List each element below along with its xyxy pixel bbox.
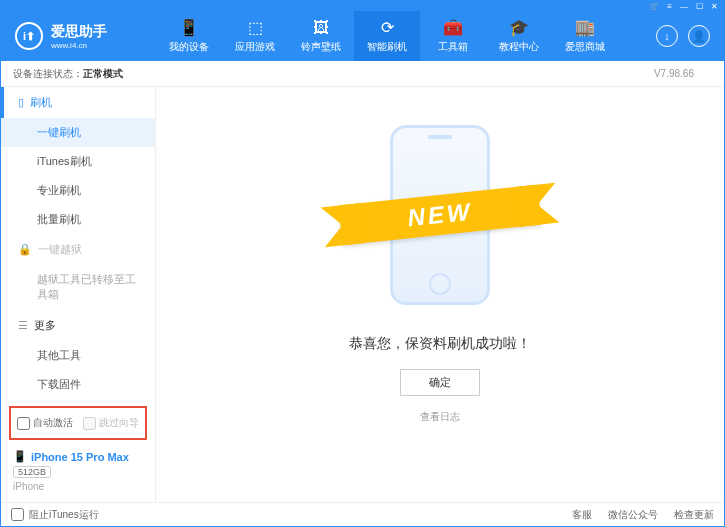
logo-icon (15, 22, 43, 50)
nav-apps-games[interactable]: ⬚应用游戏 (222, 11, 288, 61)
sidebar-item-advanced[interactable]: 高级功能 (1, 399, 155, 402)
close-icon[interactable]: ✕ (711, 2, 718, 11)
phone-icon: ▯ (18, 96, 24, 109)
ok-button[interactable]: 确定 (400, 369, 480, 396)
app-name: 爱思助手 (51, 23, 107, 41)
app-url: www.i4.cn (51, 41, 107, 50)
nav-store[interactable]: 🏬爱思商城 (552, 11, 618, 61)
sidebar-item-pro-flash[interactable]: 专业刷机 (1, 176, 155, 205)
footer-link-support[interactable]: 客服 (572, 508, 592, 522)
sidebar-group-more[interactable]: ☰更多 (1, 310, 155, 341)
cart-icon[interactable]: 🛒 (649, 2, 659, 11)
nav-smart-flash[interactable]: ⟳智能刷机 (354, 11, 420, 61)
device-name[interactable]: 📱iPhone 15 Pro Max (13, 450, 143, 463)
options-box: 自动激活 跳过向导 (9, 406, 147, 440)
maximize-icon[interactable]: ☐ (696, 2, 703, 11)
sidebar-item-jailbreak-notice: 越狱工具已转移至工具箱 (1, 265, 155, 310)
footer-link-update[interactable]: 检查更新 (674, 508, 714, 522)
nav-my-device[interactable]: 📱我的设备 (156, 11, 222, 61)
sidebar-item-batch-flash[interactable]: 批量刷机 (1, 205, 155, 234)
footer: 阻止iTunes运行 客服 微信公众号 检查更新 (1, 502, 724, 526)
minimize-icon[interactable]: — (680, 2, 688, 11)
nav-ringtone-wallpaper[interactable]: 🖼铃声壁纸 (288, 11, 354, 61)
device-icon: 📱 (13, 450, 27, 463)
device-storage: 512GB (13, 466, 51, 478)
logo: 爱思助手 www.i4.cn (1, 22, 156, 50)
user-icon[interactable]: 👤 (688, 25, 710, 47)
main-content: NEW 恭喜您，保资料刷机成功啦！ 确定 查看日志 (156, 87, 724, 502)
sidebar-item-download-firmware[interactable]: 下载固件 (1, 370, 155, 399)
skip-guide-checkbox: 跳过向导 (83, 416, 139, 430)
top-nav: 📱我的设备 ⬚应用游戏 🖼铃声壁纸 ⟳智能刷机 🧰工具箱 🎓教程中心 🏬爱思商城 (156, 11, 642, 61)
auto-activate-checkbox[interactable]: 自动激活 (17, 416, 73, 430)
nav-tutorials[interactable]: 🎓教程中心 (486, 11, 552, 61)
device-type: iPhone (13, 481, 143, 492)
lock-icon: 🔒 (18, 243, 32, 256)
device-info: 📱iPhone 15 Pro Max 512GB iPhone (1, 444, 155, 502)
download-icon[interactable]: ↓ (656, 25, 678, 47)
sidebar-item-itunes-flash[interactable]: iTunes刷机 (1, 147, 155, 176)
sidebar-group-jailbreak: 🔒一键越狱 (1, 234, 155, 265)
sidebar-group-flash[interactable]: ▯刷机 (1, 87, 155, 118)
block-itunes-checkbox[interactable] (11, 508, 24, 521)
sidebar-item-one-click-flash[interactable]: 一键刷机 (1, 118, 155, 147)
header: 爱思助手 www.i4.cn 📱我的设备 ⬚应用游戏 🖼铃声壁纸 ⟳智能刷机 🧰… (1, 11, 724, 61)
view-log-link[interactable]: 查看日志 (420, 410, 460, 424)
menu-icon[interactable]: ≡ (667, 2, 672, 11)
success-message: 恭喜您，保资料刷机成功啦！ (349, 335, 531, 353)
list-icon: ☰ (18, 319, 28, 332)
footer-link-wechat[interactable]: 微信公众号 (608, 508, 658, 522)
device-status: 设备连接状态：正常模式 V7.98.66 (1, 61, 724, 87)
block-itunes-label: 阻止iTunes运行 (29, 508, 99, 522)
sidebar-item-other-tools[interactable]: 其他工具 (1, 341, 155, 370)
success-illustration: NEW (365, 115, 515, 315)
nav-toolbox[interactable]: 🧰工具箱 (420, 11, 486, 61)
sidebar: ▯刷机 一键刷机 iTunes刷机 专业刷机 批量刷机 🔒一键越狱 越狱工具已转… (1, 87, 155, 402)
version-text: V7.98.66 (654, 68, 694, 79)
